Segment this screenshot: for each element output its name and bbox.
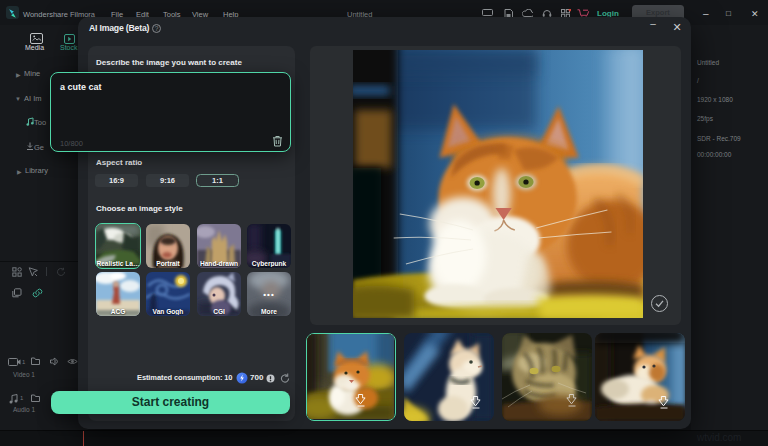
svg-text:•••: ••• [263,290,274,299]
